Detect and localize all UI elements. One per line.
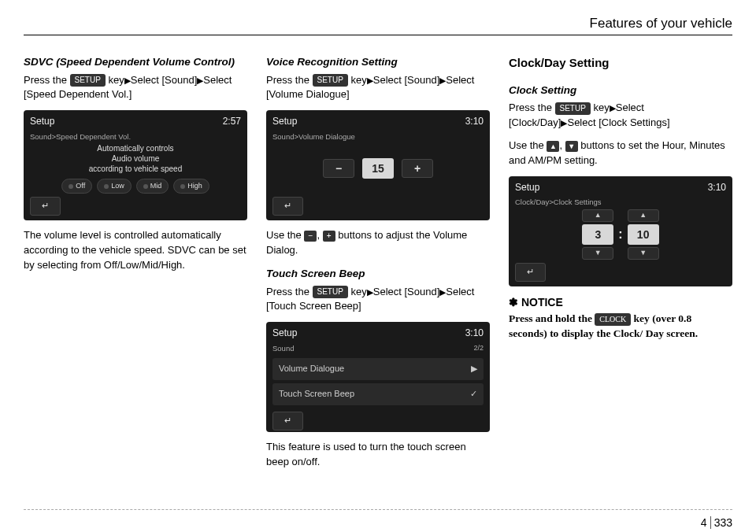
sdvc-option-mid[interactable]: Mid — [136, 179, 169, 194]
column-1: SDVC (Speed Dependent Volume Control) Pr… — [24, 54, 247, 478]
sdvc-instruction: Press the SETUP key▶Select [Sound]▶Selec… — [24, 73, 247, 103]
beep-description: This feature is used to turn the touch s… — [266, 440, 490, 470]
text: Select [Sound] — [373, 286, 440, 297]
breadcrumb: Sound>Volume Dialogue — [272, 131, 484, 144]
setup-key-badge: SETUP — [313, 286, 348, 299]
beep-instruction: Press the SETUP key▶Select [Sound]▶Selec… — [266, 285, 490, 315]
hour-up-button[interactable]: ▲ — [582, 209, 613, 222]
chevron-right-icon: ▶ — [471, 363, 477, 375]
label: Mid — [150, 181, 162, 191]
sdvc-title: SDVC (Speed Dependent Volume Control) — [24, 54, 247, 70]
page-header: Features of your vehicle — [24, 16, 732, 35]
beep-screen: Setup 3:10 Sound 2/2 Volume Dialogue ▶ T… — [266, 322, 490, 432]
check-icon: ✓ — [470, 388, 477, 401]
text: key — [351, 74, 367, 86]
minute-down-button[interactable]: ▼ — [628, 247, 659, 260]
text: , — [559, 139, 565, 151]
text: Select [Sound] — [373, 74, 440, 86]
text: Press the — [266, 286, 313, 297]
text: Press the — [266, 74, 313, 86]
label: Touch Screen Beep — [279, 388, 354, 401]
label: High — [187, 181, 202, 191]
voice-instruction: Press the SETUP key▶Select [Sound]▶Selec… — [266, 73, 490, 103]
triangle-icon: ▶ — [367, 286, 373, 296]
clock-instruction: Press the SETUP key▶Select [Clock/Day]▶S… — [509, 101, 732, 131]
hour-down-button[interactable]: ▼ — [582, 247, 613, 260]
hour-value: 3 — [582, 224, 613, 245]
notice-heading: ✽ NOTICE — [509, 294, 732, 310]
voice-screen: Setup 3:10 Sound>Volume Dialogue − 15 + … — [266, 110, 490, 220]
setup-key-badge: SETUP — [70, 74, 106, 87]
list-item-touch-beep[interactable]: Touch Screen Beep ✓ — [272, 383, 484, 405]
sdvc-option-high[interactable]: High — [173, 179, 209, 194]
clock-screen: Setup 3:10 Clock/Day>Clock Settings ▲ 3 … — [509, 176, 732, 286]
text: Use the — [266, 229, 304, 241]
setup-key-badge: SETUP — [555, 102, 591, 116]
screen-title: Setup — [272, 327, 297, 340]
minute-up-button[interactable]: ▲ — [628, 209, 659, 222]
text: key — [351, 286, 367, 297]
breadcrumb: Sound — [272, 343, 294, 356]
screen-line: Automatically controls — [89, 143, 182, 153]
text: key — [594, 102, 610, 113]
back-icon[interactable]: ↵ — [272, 412, 303, 430]
clockday-main-title: Clock/Day Setting — [509, 54, 732, 72]
breadcrumb: Sound>Speed Dependent Vol. — [30, 131, 241, 144]
screen-time: 3:10 — [465, 115, 484, 128]
minus-icon: − — [304, 231, 317, 242]
footer-divider — [24, 509, 732, 510]
page-no: 333 — [714, 516, 732, 529]
back-icon[interactable]: ↵ — [272, 197, 303, 216]
volume-value: 15 — [362, 158, 394, 179]
sdvc-description: The volume level is controlled automatic… — [24, 228, 247, 273]
sdvc-screen: Setup 2:57 Sound>Speed Dependent Vol. Au… — [24, 110, 247, 220]
text: Press and hold the — [509, 312, 595, 324]
screen-time: 3:10 — [708, 181, 726, 194]
back-icon[interactable]: ↵ — [515, 263, 546, 282]
list-item-volume-dialogue[interactable]: Volume Dialogue ▶ — [272, 358, 484, 380]
label: Low — [111, 181, 124, 191]
triangle-icon: ▶ — [124, 75, 131, 84]
breadcrumb: Clock/Day>Clock Settings — [515, 197, 726, 209]
notice-text: Press and hold the CLOCK key (over 0.8 s… — [509, 312, 732, 342]
sdvc-option-off[interactable]: Off — [61, 179, 92, 194]
minus-button[interactable]: − — [323, 159, 354, 178]
label: Off — [76, 181, 85, 191]
plus-button[interactable]: + — [402, 159, 433, 178]
beep-title: Touch Screen Beep — [266, 266, 490, 282]
clock-instruction-2: Use the ▲, ▼ buttons to set the Hour, Mi… — [509, 139, 732, 168]
clock-title: Clock Setting — [509, 83, 732, 98]
down-arrow-icon: ▼ — [565, 141, 578, 152]
section-number: 4 — [701, 516, 711, 529]
screen-line: Audio volume — [89, 153, 182, 164]
up-arrow-icon: ▲ — [547, 141, 559, 152]
screen-title: Setup — [30, 115, 54, 128]
screen-title: Setup — [272, 115, 297, 128]
screen-title: Setup — [515, 181, 539, 194]
page-indicator: 2/2 — [473, 343, 484, 356]
text: Press the — [509, 102, 555, 113]
label: Volume Dialogue — [279, 363, 344, 375]
back-icon[interactable]: ↵ — [30, 197, 61, 216]
column-3: Clock/Day Setting Clock Setting Press th… — [509, 54, 732, 478]
clock-key-badge: CLOCK — [595, 313, 631, 326]
screen-line: according to vehicle speed — [89, 164, 182, 174]
text: , — [317, 229, 322, 241]
triangle-icon: ▶ — [367, 75, 373, 84]
voice-title: Voice Recognition Setting — [266, 54, 490, 70]
voice-description: Use the −, + buttons to adjust the Volum… — [266, 228, 490, 258]
text: Select [Sound] — [131, 74, 198, 86]
column-2: Voice Recognition Setting Press the SETU… — [266, 54, 490, 478]
setup-key-badge: SETUP — [313, 74, 348, 87]
minute-value: 10 — [628, 224, 659, 245]
sdvc-option-low[interactable]: Low — [97, 179, 132, 194]
colon: : — [618, 225, 622, 243]
content-columns: SDVC (Speed Dependent Volume Control) Pr… — [24, 54, 732, 478]
triangle-icon: ▶ — [610, 103, 616, 113]
text: Press the — [24, 74, 70, 86]
screen-time: 3:10 — [465, 327, 484, 340]
text: Select [Clock Settings] — [567, 116, 669, 128]
text: Use the — [509, 139, 547, 151]
screen-time: 2:57 — [223, 115, 241, 128]
plus-icon: + — [323, 231, 335, 242]
